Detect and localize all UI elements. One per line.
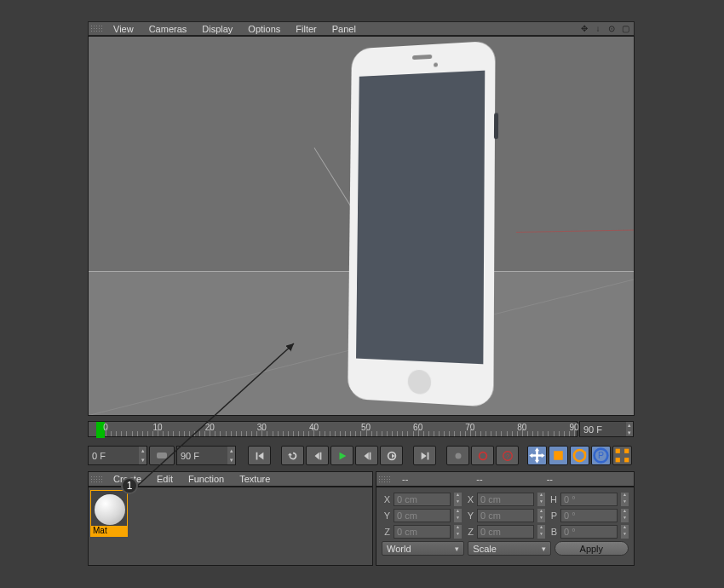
speaker-slot	[412, 55, 432, 60]
scale-tool-button[interactable]	[549, 446, 568, 465]
spinner-icon[interactable]: ▲▼	[626, 422, 633, 436]
goto-end-button[interactable]	[413, 446, 436, 465]
svg-point-5	[574, 450, 585, 461]
phone-screen	[356, 71, 485, 365]
spinner-icon[interactable]: ▲▼	[537, 493, 545, 506]
axis-label: X	[382, 494, 390, 504]
coord-row: Y0 cm▲▼Y0 cm▲▼P0 °▲▼	[382, 507, 629, 523]
coordinates-panel: X0 cm▲▼X0 cm▲▼H0 °▲▼Y0 cm▲▼Y0 cm▲▼P0 °▲▼…	[376, 487, 635, 566]
autokey-button[interactable]	[446, 446, 469, 465]
coord-header-pos: --	[402, 474, 408, 484]
size-field[interactable]: 0 cm	[477, 493, 534, 506]
spinner-icon[interactable]: ▲▼	[139, 447, 147, 464]
cycle-icon[interactable]: ⊙	[606, 24, 617, 34]
play-button[interactable]	[330, 446, 353, 465]
axis-label: Y	[382, 510, 390, 521]
spinner-icon[interactable]: ▲▼	[454, 509, 462, 522]
rot-axis-label: H	[549, 494, 557, 504]
svg-rect-4	[554, 451, 563, 460]
timeline-ruler[interactable]: 0102030405060708090	[88, 421, 577, 437]
timeline-end-field[interactable]: ▲▼	[579, 421, 634, 437]
spinner-icon[interactable]: ▲▼	[227, 447, 235, 464]
menu-function[interactable]: Function	[181, 474, 232, 484]
param-tool-button[interactable]: P	[591, 446, 611, 465]
spinner-icon[interactable]: ▲▼	[537, 509, 545, 522]
rot-axis-label: B	[549, 527, 557, 537]
svg-rect-10	[616, 458, 620, 462]
spinner-icon[interactable]: ▲▼	[537, 525, 545, 539]
material-preview-icon	[95, 494, 125, 525]
grip-icon	[379, 473, 391, 485]
menu-options[interactable]: Options	[240, 24, 288, 34]
svg-rect-8	[616, 449, 620, 453]
size-field[interactable]: 0 cm	[477, 509, 534, 522]
loop-button[interactable]	[281, 446, 304, 465]
size-axis-label: Z	[465, 527, 474, 537]
menu-view[interactable]: View	[106, 24, 141, 34]
menu-cameras[interactable]: Cameras	[141, 24, 195, 34]
keyframe-button[interactable]	[471, 446, 494, 465]
spinner-icon[interactable]: ▲▼	[454, 525, 462, 539]
step-back-button[interactable]	[306, 446, 329, 465]
size-axis-label: X	[465, 494, 474, 504]
timeline-range-field[interactable]: ▲▼	[176, 446, 236, 465]
coord-space-dropdown[interactable]: World	[382, 541, 464, 556]
viewport-menu-bar: View Cameras Display Options Filter Pane…	[88, 21, 635, 36]
timeline-slider[interactable]	[149, 446, 175, 465]
size-axis-label: Y	[465, 510, 474, 521]
timeline-current-input[interactable]	[89, 451, 139, 461]
material-swatch[interactable]: Mat	[90, 490, 128, 537]
axis-label: Z	[382, 527, 390, 537]
apply-button[interactable]: Apply	[554, 541, 629, 556]
help-button[interactable]: ?	[496, 446, 519, 465]
maximize-icon[interactable]: ▢	[620, 24, 630, 34]
phone-model[interactable]	[371, 95, 520, 416]
transport-row: ▲▼ ▲▼ ? P	[88, 446, 635, 465]
menu-texture[interactable]: Texture	[232, 474, 278, 484]
rotation-field[interactable]: 0 °	[560, 525, 618, 539]
timeline-range-input[interactable]	[177, 451, 227, 461]
rotation-field[interactable]: 0 °	[560, 509, 618, 522]
spinner-icon[interactable]: ▲▼	[621, 493, 629, 506]
material-manager-panel[interactable]: Mat	[88, 487, 373, 566]
timeline-end-input[interactable]	[580, 424, 626, 435]
menu-filter[interactable]: Filter	[288, 24, 324, 34]
coord-mode-dropdown[interactable]: Scale	[468, 541, 550, 556]
svg-rect-9	[624, 449, 629, 453]
callout-badge: 1	[121, 477, 138, 494]
position-field[interactable]: 0 cm	[394, 525, 451, 539]
coord-header-rot: --	[547, 474, 553, 484]
record-button[interactable]	[380, 446, 403, 465]
coord-row: Z0 cm▲▼Z0 cm▲▼B0 °▲▼	[382, 523, 629, 539]
svg-point-0	[455, 453, 461, 458]
move-icon[interactable]: ✥	[579, 24, 589, 34]
spinner-icon[interactable]: ▲▼	[454, 493, 462, 506]
menu-panel[interactable]: Panel	[325, 24, 364, 34]
material-name-label[interactable]: Mat	[91, 526, 127, 536]
grip-icon	[91, 473, 103, 485]
coordinates-menu-bar: -- -- --	[376, 471, 635, 487]
rotate-tool-button[interactable]	[570, 446, 589, 465]
menu-edit[interactable]: Edit	[149, 474, 181, 484]
size-field[interactable]: 0 cm	[477, 525, 534, 539]
menu-display[interactable]: Display	[194, 24, 240, 34]
rot-axis-label: P	[549, 510, 557, 521]
position-field[interactable]: 0 cm	[394, 493, 451, 506]
coord-row: X0 cm▲▼X0 cm▲▼H0 °▲▼	[382, 491, 629, 507]
grid-tool-button[interactable]	[612, 446, 632, 465]
svg-text:?: ?	[506, 453, 509, 458]
position-field[interactable]: 0 cm	[394, 509, 451, 522]
home-button	[407, 369, 431, 395]
front-camera	[434, 62, 438, 66]
perspective-viewport[interactable]	[88, 36, 635, 416]
step-forward-button[interactable]	[355, 446, 378, 465]
move-tool-button[interactable]	[527, 446, 547, 465]
timeline-current-field[interactable]: ▲▼	[88, 446, 147, 465]
down-icon[interactable]: ↓	[593, 24, 603, 34]
rotation-field[interactable]: 0 °	[560, 493, 618, 506]
grip-icon	[91, 23, 103, 35]
spinner-icon[interactable]: ▲▼	[621, 509, 629, 522]
side-button	[494, 113, 498, 140]
spinner-icon[interactable]: ▲▼	[621, 525, 629, 539]
goto-start-button[interactable]	[248, 446, 271, 465]
